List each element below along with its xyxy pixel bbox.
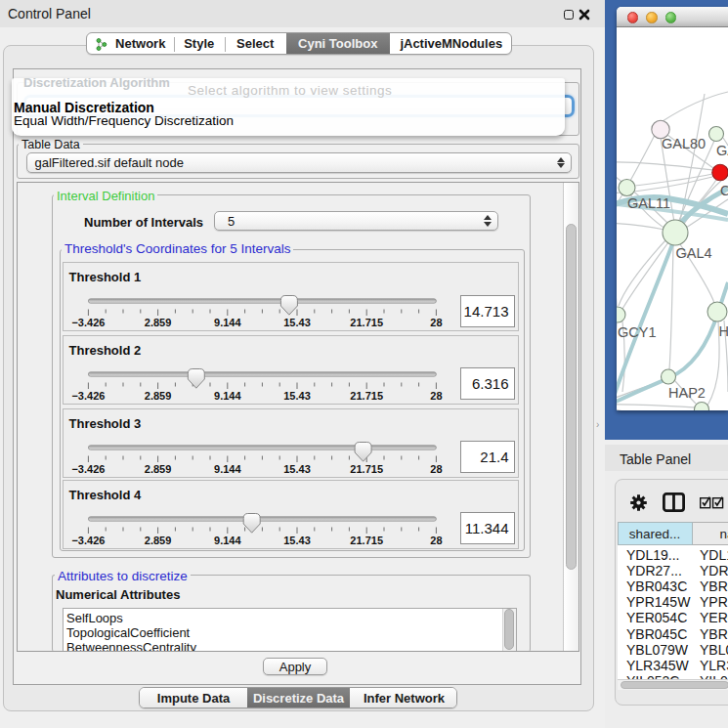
svg-text:2.859: 2.859: [144, 462, 171, 474]
svg-text:21.715: 21.715: [350, 534, 383, 545]
svg-text:9.144: 9.144: [214, 317, 241, 328]
svg-text:2.859: 2.859: [144, 534, 171, 545]
svg-text:2.859: 2.859: [144, 389, 171, 401]
svg-text:15.43: 15.43: [283, 389, 311, 401]
svg-text:9.144: 9.144: [214, 389, 241, 401]
svg-text:H: H: [719, 323, 728, 339]
svg-text:−3.426: −3.426: [71, 462, 105, 474]
svg-text:GAL11: GAL11: [627, 195, 670, 211]
svg-text:28: 28: [430, 462, 442, 474]
svg-text:2.859: 2.859: [144, 317, 171, 328]
svg-text:15.43: 15.43: [283, 317, 311, 328]
svg-text:9.144: 9.144: [214, 462, 241, 474]
svg-text:28: 28: [430, 389, 442, 401]
svg-text:21.715: 21.715: [350, 462, 383, 474]
svg-text:15.43: 15.43: [283, 534, 311, 545]
svg-text:−3.426: −3.426: [71, 534, 105, 545]
svg-text:GAL4: GAL4: [676, 245, 712, 261]
svg-text:GA: GA: [716, 143, 728, 158]
svg-text:28: 28: [430, 317, 442, 328]
svg-text:15.43: 15.43: [283, 462, 311, 474]
svg-text:GCY1: GCY1: [618, 324, 657, 340]
svg-text:GAL80: GAL80: [662, 136, 706, 151]
svg-text:21.715: 21.715: [350, 317, 383, 328]
svg-text:−3.426: −3.426: [71, 317, 105, 328]
svg-text:9.144: 9.144: [214, 534, 241, 545]
svg-text:−3.426: −3.426: [71, 389, 105, 401]
svg-text:C: C: [720, 183, 728, 198]
svg-text:HAP2: HAP2: [668, 385, 706, 401]
svg-text:21.715: 21.715: [350, 389, 383, 401]
svg-text:28: 28: [430, 534, 442, 545]
